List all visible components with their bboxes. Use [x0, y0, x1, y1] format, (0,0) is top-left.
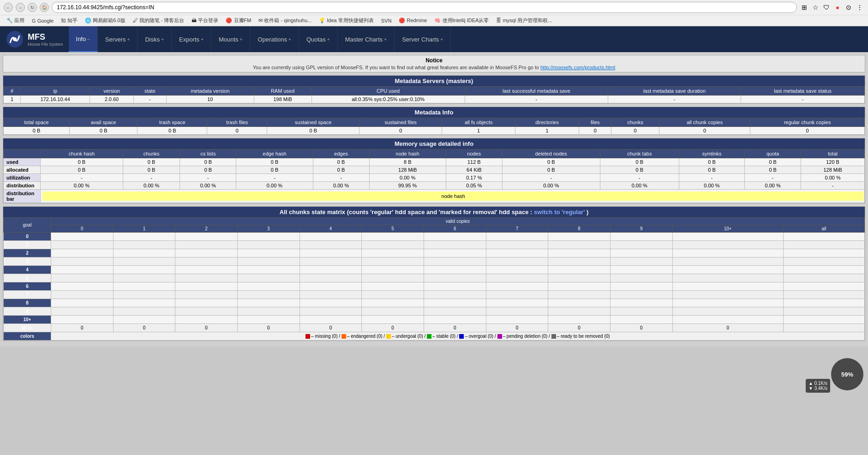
- chunks-matrix-table: goal valid copies 0 1 2 3 4 5 6 7 8 9 10…: [3, 217, 865, 341]
- switch-to-regular-link[interactable]: switch to 'regular': [534, 209, 585, 216]
- col-ip: ip: [21, 87, 90, 96]
- col-deleted-nodes: deleted nodes: [502, 150, 600, 158]
- col-save-status: last metadata save status: [741, 87, 865, 96]
- table-row-distribution: distribution 0.00 % 0.00 % 0.00 % 0.00 %…: [4, 182, 865, 190]
- bookmark-google[interactable]: G Google: [29, 17, 56, 24]
- matrix-row: 5: [4, 274, 865, 282]
- matrix-row: 8: [4, 299, 865, 307]
- extensions-icon: ⊞: [800, 3, 809, 12]
- home-button[interactable]: 🏠: [40, 3, 49, 12]
- col-avail-space: avail space: [70, 118, 138, 127]
- memory-usage-section: Memory usage detailed info chunk hash ch…: [3, 138, 865, 204]
- update-icon: ⊙: [844, 3, 853, 12]
- col-edge-hash: edge hash: [236, 150, 313, 158]
- col-chunks: chunks: [611, 118, 659, 127]
- nav-info[interactable]: Info –: [69, 26, 98, 52]
- bookmark-inbox[interactable]: ✉ 收件箱 - qingshuhu...: [256, 16, 314, 25]
- matrix-row: 2: [4, 249, 865, 257]
- bookmark-mysql[interactable]: 🗄 mysql 用户管理和权...: [493, 16, 555, 25]
- col-goal: goal: [4, 218, 51, 233]
- col-chunks: chunks: [123, 150, 180, 158]
- col-sustained-files: sustained files: [359, 118, 442, 127]
- bookmark-zhihu[interactable]: 知 知乎: [58, 16, 80, 25]
- col-last-save: last successful metadata save: [465, 87, 608, 96]
- svg-point-1: [13, 37, 17, 41]
- col-node-hash: node hash: [369, 150, 446, 158]
- metadata-info-title: Metadata Info: [3, 107, 865, 118]
- col-cs-lists: cs lists: [180, 150, 236, 158]
- col-all-chunk-copies: all chunk copies: [659, 118, 750, 127]
- col-save-dur: last metadata save duration: [608, 87, 741, 96]
- col-nodes: nodes: [446, 150, 502, 158]
- bookmark-163mail[interactable]: 🌐 网易邮箱6.0版: [82, 16, 128, 25]
- table-row-allocated: allocated 0 B 0 B 0 B 0 B 0 B 128 MiB 64…: [4, 166, 865, 174]
- col-regular-chunk-copies: regular chunk copies: [750, 118, 865, 127]
- matrix-row: 10+: [4, 316, 865, 324]
- matrix-row: 9: [4, 307, 865, 316]
- bookmark-idea[interactable]: 💡 Idea 常用快捷键列表: [316, 16, 377, 25]
- notice-box: Notice You are currently using GPL versi…: [3, 55, 865, 72]
- col-quota: quota: [745, 150, 801, 158]
- col-chunk-hash: chunk hash: [41, 150, 123, 158]
- col-sustained-space: sustained space: [267, 118, 359, 127]
- nav-mounts[interactable]: Mounts +: [211, 26, 250, 52]
- col-meta-ver: metadata version: [167, 87, 254, 96]
- url-bar[interactable]: [52, 2, 797, 13]
- bookmark-icon[interactable]: ☆: [811, 3, 820, 12]
- table-row: 0 B 0 B 0 B 0 0 B 0 1 1 0 0 0 0: [4, 127, 865, 135]
- dist-bar-label: node hash: [442, 193, 465, 199]
- nav-server-charts[interactable]: Server Charts +: [395, 26, 451, 52]
- notice-title: Notice: [7, 57, 861, 64]
- nav-operations[interactable]: Operations +: [250, 26, 299, 52]
- notice-text: You are currently using GPL version of M…: [7, 65, 861, 70]
- bookmark-platform[interactable]: 🏔 平台登录: [189, 16, 221, 25]
- back-button[interactable]: ←: [4, 3, 13, 12]
- table-row-utilization: utilization - - - - - 0.00 % 0.17 % - - …: [4, 174, 865, 182]
- memory-usage-title: Memory usage detailed info: [3, 138, 865, 149]
- memory-usage-table: chunk hash chunks cs lists edge hash edg…: [3, 149, 865, 203]
- bookmark-blog[interactable]: 🖊 我的随笔 - 博客后台: [130, 16, 187, 25]
- matrix-row: 0: [4, 233, 865, 241]
- bookmark-apps[interactable]: 🔧 应用: [4, 16, 27, 25]
- col-chunk-tabs: chunk tabs: [600, 150, 679, 158]
- main-nav: Info – Servers + Disks + Exports + Mount…: [69, 26, 451, 52]
- col-cpu: CPU used: [311, 87, 465, 96]
- nav-exports[interactable]: Exports +: [172, 26, 211, 52]
- matrix-row: 1: [4, 241, 865, 249]
- matrix-row: all 1+00000000000: [4, 324, 865, 332]
- forward-button[interactable]: →: [16, 3, 25, 12]
- main-content: Notice You are currently using GPL versi…: [0, 52, 868, 347]
- metadata-servers-section: Metadata Servers (masters) # ip version …: [3, 75, 865, 104]
- metadata-info-table: total space avail space trash space tras…: [3, 118, 865, 135]
- matrix-row: 4: [4, 266, 865, 274]
- matrix-row: 3: [4, 257, 865, 266]
- col-state: state: [133, 87, 167, 96]
- nav-master-charts[interactable]: Master Charts +: [338, 26, 395, 52]
- col-edges: edges: [313, 150, 369, 158]
- menu-icon[interactable]: ⋮: [855, 3, 864, 12]
- app-header: MFS Moose File System Info – Servers + D…: [0, 26, 868, 52]
- nav-servers[interactable]: Servers +: [98, 26, 138, 52]
- bookmark-douban[interactable]: 🔴 豆瓣FM: [223, 16, 254, 25]
- col-trash-files: trash files: [207, 118, 267, 127]
- col-total-space: total space: [4, 118, 70, 127]
- metadata-servers-table: # ip version state metadata version RAM …: [3, 86, 865, 103]
- shield-icon: 🛡: [822, 3, 831, 12]
- chunks-matrix-title: All chunks state matrix (counts 'regular…: [3, 207, 865, 217]
- nav-disks[interactable]: Disks +: [138, 26, 172, 52]
- bookmark-redmine[interactable]: 🔴 Redmine: [396, 17, 430, 24]
- notice-link[interactable]: http://moosefs.com/products.html: [540, 65, 615, 70]
- refresh-button[interactable]: ↻: [28, 3, 37, 12]
- col-directories: directories: [515, 118, 579, 127]
- logo-main: MFS: [28, 32, 45, 42]
- nav-quotas[interactable]: Quotas +: [299, 26, 338, 52]
- bookmark-svn[interactable]: SVN: [378, 17, 395, 24]
- col-ram: RAM used: [254, 87, 311, 96]
- chunks-matrix-section: All chunks state matrix (counts 'regular…: [3, 206, 865, 341]
- col-total: total: [801, 150, 865, 158]
- bookmark-intellij[interactable]: 🧠 使用Intellij IDEA从零: [431, 16, 491, 25]
- matrix-row: 6: [4, 282, 865, 291]
- chrome-icon: ●: [833, 3, 842, 12]
- col-num: #: [4, 87, 21, 96]
- colors-row: colors– missing (0) / – endangered (0) /…: [4, 332, 865, 341]
